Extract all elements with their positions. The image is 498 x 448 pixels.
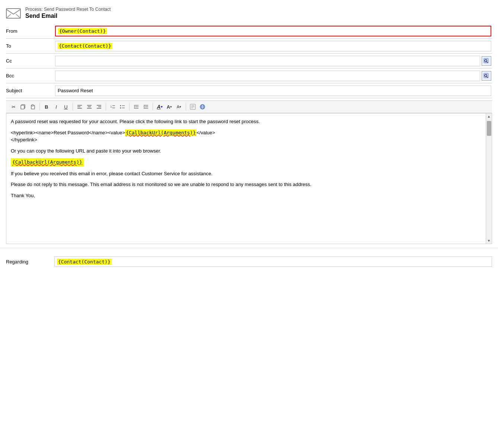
callback-url-token-2: {CallbackUrl(Arguments)} (11, 158, 84, 166)
align-left-button[interactable] (75, 102, 84, 111)
italic-button[interactable]: I (52, 102, 61, 111)
editor-text-2-end: </hyperlink> (11, 137, 37, 143)
separator-6 (186, 103, 186, 111)
cc-label: Cc (6, 55, 54, 67)
subject-label: Subject (6, 85, 54, 96)
bcc-input[interactable] (55, 71, 480, 81)
scroll-down-button[interactable]: ▼ (486, 238, 492, 244)
separator-4 (129, 103, 130, 111)
separator-5 (153, 103, 153, 111)
svg-rect-10 (21, 105, 24, 109)
cut-button[interactable]: ✂ (9, 102, 18, 111)
svg-line-1 (6, 14, 11, 18)
editor-wrapper: A password reset was requested for your … (6, 113, 492, 244)
editor-para-2: <hyperlink><name>Reset Password</name><v… (11, 129, 481, 144)
svg-line-2 (16, 14, 20, 18)
scroll-thumb[interactable] (487, 121, 491, 136)
subject-value: Password Reset (58, 88, 93, 93)
from-input[interactable]: {Owner(Contact)} (55, 26, 491, 36)
to-input[interactable]: {Contact(Contact)} (55, 41, 491, 51)
svg-point-26 (120, 108, 121, 109)
editor-text-5: If you believe you received this email i… (11, 171, 213, 176)
font-size-button[interactable]: A▾ (165, 102, 174, 111)
editor-para-5: If you believe you received this email i… (11, 170, 481, 177)
page-container: Process: Send Password Reset To Contact … (0, 0, 498, 269)
from-token: {Owner(Contact)} (58, 28, 107, 34)
copy-button[interactable] (19, 102, 28, 111)
separator-3 (106, 103, 106, 111)
underline-button[interactable]: U (61, 102, 70, 111)
page-title: Send Email (25, 13, 111, 19)
paste-button[interactable] (28, 102, 37, 111)
regarding-label: Regarding (6, 259, 54, 265)
editor-text-2-before: <hyperlink><name>Reset Password</name><v… (11, 130, 125, 135)
subject-row: Subject Password Reset (6, 83, 492, 98)
ordered-list-button[interactable]: 1. (108, 102, 117, 111)
svg-text:1.: 1. (110, 105, 113, 108)
insert-button[interactable] (188, 102, 197, 111)
to-row: To {Contact(Contact)} (6, 39, 492, 54)
scroll-up-button[interactable]: ▲ (486, 113, 492, 119)
to-token: {Contact(Contact)} (58, 43, 112, 49)
cc-lookup-button[interactable] (482, 56, 491, 66)
separator-2 (73, 103, 73, 111)
to-label: To (6, 40, 54, 52)
editor-para-1: A password reset was requested for your … (11, 118, 481, 125)
editor-para-6: Please do not reply to this message. Thi… (11, 181, 481, 188)
editor-text-1: A password reset was requested for your … (11, 119, 260, 124)
editor-text-3: Or you can copy the following URL and pa… (11, 148, 161, 154)
editor-text-6: Please do not reply to this message. Thi… (11, 182, 312, 187)
svg-rect-12 (32, 105, 33, 106)
process-title: Process: Send Password Reset To Contact (25, 7, 111, 12)
regarding-section: Regarding {Contact(Contact)} (0, 248, 498, 269)
subject-input[interactable]: Password Reset (55, 86, 491, 96)
editor-para-7: Thank You, (11, 192, 481, 199)
bcc-lookup-button[interactable] (482, 71, 491, 81)
editor-toolbar: ✂ B I U 1. (6, 100, 492, 113)
separator-1 (39, 103, 40, 111)
from-field: {Owner(Contact)} (54, 24, 492, 38)
web-button[interactable] (198, 102, 207, 111)
editor-content[interactable]: A password reset was requested for your … (6, 113, 486, 244)
indent-button[interactable] (132, 102, 141, 111)
callback-url-token-1: {CallbackUrl(Arguments)} (125, 129, 197, 136)
font-style-button[interactable]: A▾ (175, 102, 183, 111)
cc-row: Cc (6, 54, 492, 68)
editor-text-7: Thank You, (11, 193, 35, 198)
unordered-list-button[interactable] (118, 102, 127, 111)
regarding-input[interactable]: {Contact(Contact)} (54, 256, 492, 267)
cc-input[interactable] (55, 56, 480, 66)
subject-field: Password Reset (54, 84, 492, 97)
editor-text-2-after: </value> (197, 130, 215, 135)
regarding-token: {Contact(Contact)} (57, 259, 112, 265)
regarding-row: Regarding {Contact(Contact)} (6, 254, 492, 269)
bcc-row: Bcc (6, 68, 492, 83)
svg-point-25 (120, 105, 121, 106)
align-right-button[interactable] (95, 102, 103, 111)
svg-rect-0 (6, 9, 20, 18)
from-label: From (6, 25, 54, 37)
bold-button[interactable]: B (42, 102, 51, 111)
editor-scrollbar: ▲ ▼ (486, 113, 492, 244)
header: Process: Send Password Reset To Contact … (0, 4, 498, 24)
envelope-icon (6, 7, 21, 19)
bcc-label: Bcc (6, 70, 54, 81)
font-color-button[interactable]: A▾ (155, 102, 164, 111)
header-text: Process: Send Password Reset To Contact … (25, 7, 111, 19)
to-field: {Contact(Contact)} (54, 39, 492, 53)
align-center-button[interactable] (85, 102, 94, 111)
form-area: From {Owner(Contact)} To {Contact(Contac… (0, 24, 498, 98)
outdent-button[interactable] (141, 102, 150, 111)
editor-para-4: {CallbackUrl(Arguments)} (11, 158, 481, 166)
bcc-field (54, 69, 492, 83)
regarding-field: {Contact(Contact)} (54, 256, 492, 267)
editor-para-3: Or you can copy the following URL and pa… (11, 147, 481, 155)
cc-field (54, 54, 492, 68)
from-row: From {Owner(Contact)} (6, 24, 492, 39)
